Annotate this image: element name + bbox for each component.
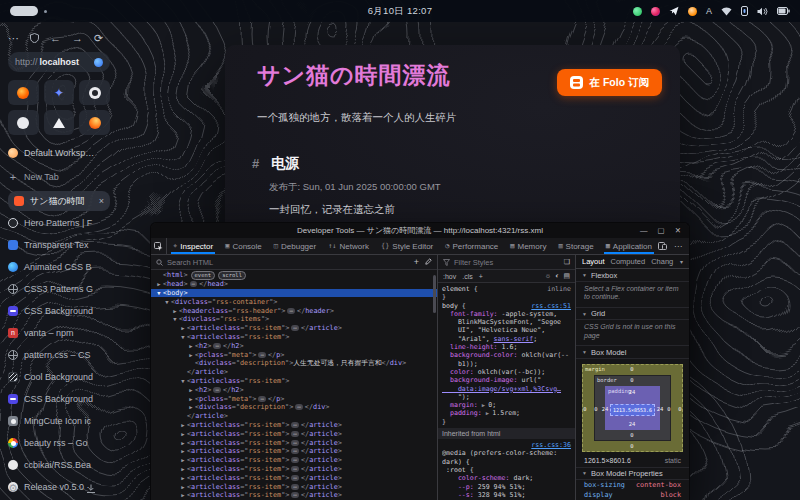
twisty-icon[interactable]: ▶ [171, 308, 179, 314]
workspace-indicator-pill[interactable] [10, 6, 38, 16]
collapsed-content-icon[interactable]: ⋯ [291, 466, 299, 472]
light-theme-icon[interactable]: ☼ [545, 272, 551, 280]
markup-node[interactable]: ▼<article class="rss-item"> [151, 333, 437, 342]
css-rule-line[interactable]: "Arial", sans-serif; [442, 335, 571, 343]
border-bottom-value[interactable]: 0 [625, 432, 639, 438]
minimize-button[interactable]: — [640, 226, 648, 235]
markup-node[interactable]: <html>eventscroll [151, 271, 437, 280]
bluetooth-device-icon[interactable] [741, 6, 748, 16]
box-model-property-row[interactable]: displayblock [576, 490, 689, 500]
sidebar-tab-chang[interactable]: Chang [651, 257, 673, 266]
css-rule-line[interactable]: --p: 259 94% 51%; [442, 483, 571, 491]
twisty-icon[interactable]: ▼ [171, 316, 179, 322]
padding-top-value[interactable]: 24 [625, 389, 639, 395]
downloads-icon[interactable] [86, 484, 96, 494]
twisty-icon[interactable]: ▶ [179, 422, 187, 428]
devtools-tab-memory[interactable]: ▤Memory [504, 238, 552, 254]
markup-node[interactable]: ▼<body> [151, 289, 437, 298]
markup-node[interactable]: ▶<article class="rss-item">⋯</article> [151, 324, 437, 333]
sidebar-tab-computed[interactable]: Computed [611, 257, 646, 266]
twisty-icon[interactable]: ▶ [187, 396, 195, 402]
music-icon[interactable] [651, 7, 660, 16]
devtools-tab-debugger[interactable]: ◫Debugger [268, 238, 322, 254]
css-rule-line[interactable]: background-color: oklch(var(-- [442, 351, 571, 359]
twisty-icon[interactable]: ▶ [179, 431, 187, 437]
twisty-icon[interactable]: ▶ [187, 343, 195, 349]
collapsed-content-icon[interactable]: ⋯ [213, 343, 221, 349]
collapsed-content-icon[interactable]: ⋯ [291, 484, 299, 490]
collapsed-content-icon[interactable]: ⋯ [258, 396, 266, 402]
markup-scrollbar[interactable] [433, 275, 436, 313]
css-rule-line[interactable]: data:image/svg+xml,%3Csvg… [442, 385, 571, 393]
markup-node[interactable]: ▶<article class="rss-item">⋯</article> [151, 456, 437, 465]
css-rule-line[interactable]: :root { [442, 466, 571, 474]
wifi-icon[interactable] [721, 7, 732, 16]
collapsed-content-icon[interactable]: ⋯ [291, 431, 299, 437]
sidebar-menu-icon[interactable]: ⋯ [8, 32, 19, 45]
shortcut-flame[interactable] [79, 110, 110, 135]
box-model-section-header[interactable]: ▼ Box Model [576, 346, 689, 359]
telegram-icon[interactable] [669, 6, 679, 16]
padding-bottom-value[interactable]: 24 [625, 421, 639, 427]
markup-node[interactable]: ▶<head>⋯</head> [151, 280, 437, 289]
forward-icon[interactable]: → [72, 32, 83, 44]
margin-top-value[interactable]: 0 [625, 366, 639, 372]
markup-node[interactable]: ▶<header class="rss-header">⋯</header> [151, 306, 437, 315]
shortcut-mdn[interactable] [79, 80, 110, 105]
node-badge-scroll[interactable]: scroll [218, 271, 246, 280]
sidebar-bookmark[interactable]: pattern.css – CS [8, 345, 110, 365]
active-tab[interactable]: サン猫の時間 × [8, 191, 110, 211]
collapsed-content-icon[interactable]: ⋯ [295, 404, 303, 410]
sidebar-bookmark[interactable]: Hero Patterns | F [8, 213, 110, 233]
browser-icon[interactable] [688, 7, 697, 16]
responsive-design-icon[interactable] [658, 242, 667, 250]
twisty-icon[interactable]: ▶ [179, 448, 187, 454]
close-tab-icon[interactable]: × [99, 196, 104, 206]
markup-node[interactable]: ▼<article class="rss-item"> [151, 377, 437, 386]
back-icon[interactable]: ← [50, 32, 61, 44]
settings-gear-icon[interactable]: ⚙ [8, 482, 18, 495]
chat-icon[interactable] [633, 7, 642, 16]
markup-node[interactable]: ▼<div class="rss-items"> [151, 315, 437, 324]
dark-theme-icon[interactable]: ◐ [555, 272, 559, 280]
css-rule-line[interactable]: padding: ▶ 1.5rem; [442, 409, 571, 417]
rules-toolbar-hov[interactable]: :hov [443, 273, 456, 280]
collapsed-content-icon[interactable]: ⋯ [287, 308, 295, 314]
reload-icon[interactable]: ⟳ [94, 32, 103, 45]
collapsed-content-icon[interactable]: ⋯ [190, 281, 198, 287]
css-rule-line[interactable]: } [442, 293, 571, 301]
new-tab-button[interactable]: + New Tab [8, 167, 110, 187]
css-rule-line[interactable]: font-family: -apple-system, [442, 310, 571, 318]
collapsed-content-icon[interactable]: ⋯ [291, 422, 299, 428]
twisty-icon[interactable]: ▶ [187, 387, 195, 393]
margin-bottom-value[interactable]: 0 [625, 443, 639, 449]
devtools-tab-performance[interactable]: ◔Performance [439, 238, 504, 254]
css-rule-line[interactable]: "); [442, 393, 571, 401]
markup-node[interactable]: ▶<article class="rss-item">⋯</article> [151, 421, 437, 430]
sidebar-bookmark[interactable]: beauty rss – Go [8, 433, 110, 453]
sidebar-bookmark[interactable]: CSS Background [8, 301, 110, 321]
shortcut-firefox[interactable] [8, 80, 39, 105]
devtools-tab-inspector[interactable]: ⌖Inspector [167, 238, 219, 254]
maximize-button[interactable]: ▢ [658, 226, 665, 235]
box-model-properties-header[interactable]: ▼ Box Model Properties [576, 468, 689, 481]
collapsed-content-icon[interactable]: ⋯ [291, 440, 299, 446]
markup-node[interactable]: ▶<article class="rss-item">⋯</article> [151, 438, 437, 447]
url-bar[interactable]: http://localhost [8, 52, 110, 72]
battery-icon[interactable] [777, 7, 790, 15]
twisty-icon[interactable]: ▼ [179, 378, 187, 384]
collapsed-content-icon[interactable]: ⋯ [213, 387, 221, 393]
devtools-tab-storage[interactable]: ▥Storage [552, 238, 599, 254]
clock[interactable]: 6月10日 12:07 [368, 5, 433, 18]
twisty-icon[interactable]: ▼ [155, 290, 163, 296]
css-rule-line[interactable]: b1)); [442, 360, 571, 368]
twisty-icon[interactable]: ▶ [179, 475, 187, 481]
sidebar-bookmark[interactable]: Animated CSS B [8, 257, 110, 277]
chevron-down-icon[interactable]: ▾ [680, 258, 683, 265]
sidebar-bookmark[interactable]: MingCute Icon ic [8, 411, 110, 431]
print-media-icon[interactable]: ▤ [563, 272, 570, 280]
css-rule-line[interactable]: background-image: url(" [442, 376, 571, 384]
markup-node[interactable]: </article> [151, 412, 437, 421]
shortcut-github[interactable] [8, 110, 39, 135]
twisty-icon[interactable]: ▶ [179, 457, 187, 463]
